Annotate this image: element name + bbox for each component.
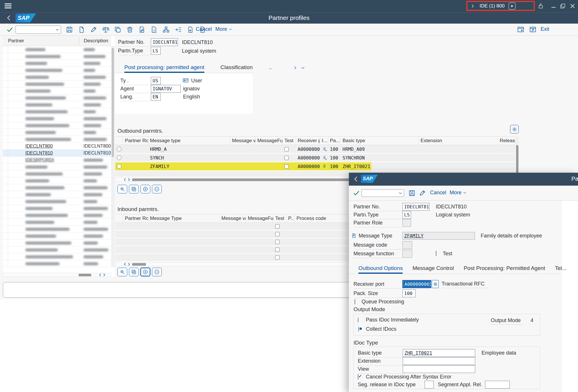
copy-entry-button[interactable] [129,185,139,193]
cancel-processing-checkbox[interactable] [358,374,358,380]
row-radio[interactable] [117,147,121,151]
partner-vertical-scrollbar[interactable] [111,46,115,267]
partner-row-blurred[interactable] [3,219,111,226]
partner-row-blurred[interactable] [3,108,111,115]
chevron-down-icon[interactable] [55,28,59,32]
agent-field[interactable]: IGNATOV [151,85,181,93]
test-checkbox[interactable] [436,251,436,256]
remove-entry-button[interactable] [152,268,162,276]
tab-overflow-right-icon[interactable] [293,66,297,70]
partner-row-blurred[interactable] [3,226,111,233]
inbound-row-empty[interactable] [115,254,415,262]
scrollbar-thumb[interactable] [112,48,114,157]
test-checkbox[interactable] [275,232,280,236]
output-mode-radio[interactable] [358,317,358,323]
partner-row-blurred[interactable] [3,163,111,170]
partner-row[interactable]: IDECLNT810IDECLNT810 [3,150,111,157]
partner-row[interactable]: IDESRPORDI [3,157,111,163]
play-icon[interactable] [509,3,516,9]
org-structure-icon[interactable] [162,26,170,33]
partner-row-blurred[interactable] [3,198,111,205]
copy-entry-button[interactable] [129,268,139,276]
seg-release-field[interactable] [425,381,434,389]
row-radio[interactable] [117,155,121,160]
partner-row-blurred[interactable] [3,177,111,184]
menu-icon[interactable] [5,3,12,9]
basic-type-field[interactable]: ZHR_IT0021 [403,349,475,357]
extension-field[interactable] [403,357,475,365]
partner-row-blurred[interactable] [3,129,111,136]
back-icon[interactable] [353,176,359,182]
command-field[interactable] [362,189,404,197]
partner-link[interactable]: IDECLNT810 [25,151,53,155]
inbound-row-empty[interactable] [115,238,415,246]
test-checkbox[interactable] [284,156,289,160]
copy-value-button[interactable] [432,280,439,288]
display-change-icon[interactable] [90,26,97,33]
partner-row-blurred[interactable] [3,239,111,246]
remove-entry-button[interactable] [152,185,162,193]
check-scales-icon[interactable] [102,26,109,33]
inbound-row-empty[interactable] [115,223,415,231]
pack-size-field[interactable]: 100 [402,290,416,297]
segment-appl-field[interactable] [485,381,510,389]
partn-type-field[interactable]: LS [151,47,161,55]
queue-processing-checkbox[interactable] [355,299,355,305]
partner-row-blurred[interactable] [3,60,111,67]
scroll-right-icon[interactable] [102,273,106,277]
cancel-button[interactable]: Cancel [430,190,446,196]
partner-no-field[interactable]: IDECLNT810 [151,38,178,46]
partner-row-blurred[interactable] [3,212,111,219]
outbound-row[interactable]: ZFAMILYA000000065100ZHR_IT0021 [115,162,515,171]
goto-list-icon[interactable] [174,26,182,33]
tab-outbound-options[interactable]: Outbound Options [358,265,403,274]
command-input[interactable] [362,191,398,196]
partner-row[interactable]: IDECLNT800IDECLNT800 [3,143,111,150]
partner-row-blurred[interactable] [3,53,111,60]
save-icon[interactable] [408,189,416,197]
document-info-icon[interactable] [150,26,158,33]
test-checkbox[interactable] [275,255,280,260]
enter-icon[interactable] [353,190,360,197]
test-checkbox[interactable] [275,224,280,229]
partner-row-blurred[interactable] [3,122,111,129]
more-button[interactable]: More [450,190,467,196]
tab-overflow-down-icon[interactable] [301,66,305,70]
partner-row-blurred[interactable] [3,115,111,122]
command-field[interactable] [16,26,61,34]
partner-link[interactable]: IDECLNT800 [25,144,53,149]
view-field[interactable] [403,365,475,373]
output-mode-radio[interactable] [358,326,359,332]
tab-tel[interactable]: Tel... [555,265,566,274]
command-input[interactable] [16,27,55,32]
partner-row-blurred[interactable] [3,87,111,94]
create-entry-icon[interactable] [187,26,194,33]
lang-field[interactable]: EN [151,93,161,101]
scrollbar-thumb[interactable] [132,263,146,266]
tab-message-control[interactable]: Message Control [412,265,454,274]
receiver-port-field[interactable]: A000000065 [402,280,431,288]
cancel-button[interactable]: Cancel [196,26,212,32]
outbound-row[interactable]: HRMD_AA000000065▸100HRMD_A09 [115,145,515,154]
add-entry-button[interactable] [140,185,150,193]
partner-horizontal-scrollbar[interactable] [3,273,111,277]
tab-post-processing-permitted-agent[interactable]: Post Processing: Permitted Agent [464,265,545,274]
save-icon[interactable] [66,26,73,33]
tab-post-processing-permitted-agent[interactable]: Post processing: permitted agent [124,64,204,73]
partner-row-blurred[interactable] [3,205,111,212]
unlock-icon[interactable] [538,3,544,9]
partner-row-blurred[interactable] [3,184,111,191]
close-icon[interactable] [569,3,576,9]
outbound-row[interactable]: SYNCHA000000065▸100SYNCHRON [115,154,515,162]
scrollbar-thumb[interactable] [79,274,91,276]
partner-row-blurred[interactable] [3,101,111,108]
test-checkbox[interactable] [275,248,280,252]
scroll-left-icon[interactable] [98,273,102,277]
partner-no-field[interactable]: IDECLNT810 [402,203,429,211]
test-checkbox[interactable] [275,240,280,244]
chevron-down-icon[interactable] [398,191,402,195]
partner-row-blurred[interactable] [3,136,111,143]
scroll-left-icon[interactable] [123,178,127,182]
test-checkbox[interactable] [284,164,289,169]
partner-row-blurred[interactable] [3,170,111,177]
